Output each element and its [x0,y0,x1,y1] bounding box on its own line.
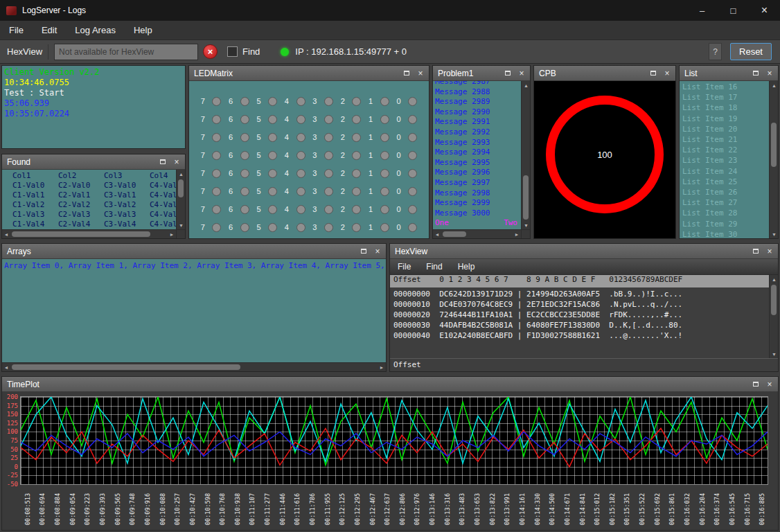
window-titlebar[interactable]: LogServer - Logs – □ × [0,0,780,21]
scroll-thumb[interactable] [771,285,777,315]
panel-list-titlebar[interactable]: List × [680,66,778,81]
scroll-left-icon[interactable]: ◄ [2,363,10,371]
scroll-down-icon[interactable]: ▼ [177,221,185,229]
scroll-thumb[interactable] [178,179,184,197]
panel-problem1-titlebar[interactable]: Problem1 × [433,66,530,81]
hexview-menu-help[interactable]: Help [450,259,483,275]
scroll-left-icon[interactable]: ◄ [433,230,441,238]
found-column-header[interactable]: Col3 [104,171,150,181]
table-row[interactable]: C1-Val1C2-Val1C3-Val1C4-Val1 [12,190,176,200]
menu-help[interactable]: Help [125,21,161,40]
float-panel-button[interactable] [502,67,514,79]
scroll-thumb[interactable] [523,175,529,220]
list-item[interactable]: List Item 18 [680,103,769,113]
panel-hexview-titlebar[interactable]: HexView × [390,244,778,259]
scroll-down-icon[interactable]: ▼ [770,350,778,358]
horizontal-scrollbar[interactable]: ◄ ► [2,362,386,371]
scroll-track[interactable] [522,89,530,221]
scroll-thumb[interactable] [771,123,777,167]
list-item[interactable]: List Item 27 [680,197,769,208]
vertical-scrollbar[interactable]: ▲ ▼ [769,275,778,358]
vertical-scrollbar[interactable]: ▲ ▼ [176,170,185,229]
scroll-up-icon[interactable]: ▲ [770,275,778,283]
float-panel-button[interactable] [647,67,659,79]
scroll-right-icon[interactable]: ► [513,230,521,238]
reset-button[interactable]: Reset [730,43,772,60]
close-panel-button[interactable]: × [515,67,528,79]
list-item[interactable]: List Item 28 [680,208,769,218]
clear-search-button[interactable]: × [203,44,218,59]
scroll-up-icon[interactable]: ▲ [770,81,778,89]
close-panel-button[interactable]: × [170,156,183,168]
minimize-button[interactable]: – [686,0,718,21]
table-row[interactable]: C1-Val2C2-Val2C3-Val2C4-Val2 [12,200,176,210]
scroll-track[interactable] [10,230,168,238]
horizontal-scrollbar[interactable]: ◄ ► [2,229,176,238]
list-item[interactable]: List Item 23 [680,155,769,166]
float-panel-button[interactable] [750,378,762,390]
panel-timeplot-titlebar[interactable]: TimePlot × [2,377,778,392]
scroll-thumb[interactable] [12,364,240,370]
list-item[interactable]: List Item 30 [680,229,769,238]
table-row[interactable]: C1-Val3C2-Val3C3-Val3C4-Val3 [12,210,176,220]
scroll-track[interactable] [770,89,778,230]
scroll-track[interactable] [770,283,778,350]
hexview-menu-find[interactable]: Find [418,259,450,275]
scroll-right-icon[interactable]: ► [168,230,176,238]
found-column-header[interactable]: Col4 [150,171,176,181]
close-panel-button[interactable]: × [763,67,776,79]
list-item[interactable]: List Item 17 [680,92,769,103]
view-mode-selector[interactable]: HexView [7,46,42,57]
scroll-down-icon[interactable]: ▼ [522,221,530,229]
maximize-button[interactable]: □ [718,0,749,21]
panel-found-titlebar[interactable]: Found × [2,154,185,170]
list-item[interactable]: List Item 19 [680,114,769,124]
list-item[interactable]: List Item 16 [680,82,769,92]
horizontal-scrollbar[interactable]: ◄ ► [433,229,521,238]
scroll-up-icon[interactable]: ▲ [177,170,185,178]
list-item[interactable]: List Item 21 [680,134,769,145]
float-panel-button[interactable] [750,67,762,79]
hexview-menu-file[interactable]: File [390,259,418,275]
float-panel-button[interactable] [157,156,169,168]
table-row[interactable]: C1-Val0C2-Val0C3-Val0C4-Val0 [12,181,176,190]
scroll-left-icon[interactable]: ◄ [2,230,10,238]
list-item[interactable]: List Item 25 [680,177,769,187]
list-item[interactable]: List Item 29 [680,219,769,229]
help-button[interactable]: ? [709,43,722,60]
float-panel-button[interactable] [400,67,413,79]
found-column-header[interactable]: Col1 [12,171,58,181]
scroll-thumb[interactable] [12,231,150,237]
list-item[interactable]: List Item 24 [680,166,769,177]
scroll-track[interactable] [10,363,378,371]
find-checkbox[interactable] [227,46,238,57]
menu-file[interactable]: File [0,21,33,40]
panel-arrays-titlebar[interactable]: Arrays × [2,244,386,259]
panel-cpb-titlebar[interactable]: CPB × [534,66,675,81]
close-panel-button[interactable]: × [763,378,776,390]
scroll-right-icon[interactable]: ► [378,363,386,371]
close-panel-button[interactable]: × [661,67,673,79]
vertical-scrollbar[interactable]: ▲ ▼ [521,81,530,229]
panel-ledmatrix-titlebar[interactable]: LEDMatrix × [189,66,429,81]
scroll-track[interactable] [177,178,185,221]
search-input[interactable] [54,44,198,60]
scroll-track[interactable] [441,230,513,238]
close-panel-button[interactable]: × [414,67,427,79]
scroll-down-icon[interactable]: ▼ [770,230,778,238]
float-panel-button[interactable] [357,245,370,257]
close-panel-button[interactable]: × [763,245,776,257]
close-panel-button[interactable]: × [371,245,384,257]
menu-edit[interactable]: Edit [33,21,66,40]
float-panel-button[interactable] [750,245,762,257]
find-checkbox-label[interactable]: Find [242,46,260,57]
vertical-scrollbar[interactable]: ▲ ▼ [769,81,778,238]
list-item[interactable]: List Item 26 [680,187,769,197]
list-item[interactable]: List Item 20 [680,124,769,134]
scroll-up-icon[interactable]: ▲ [522,81,530,89]
close-button[interactable]: × [749,0,780,21]
list-item[interactable]: List Item 22 [680,145,769,155]
found-column-header[interactable]: Col2 [58,171,104,181]
menu-log-areas[interactable]: Log Areas [66,21,125,40]
table-row[interactable]: C1-Val4C2-Val4C3-Val4C4-Val4 [12,220,176,229]
